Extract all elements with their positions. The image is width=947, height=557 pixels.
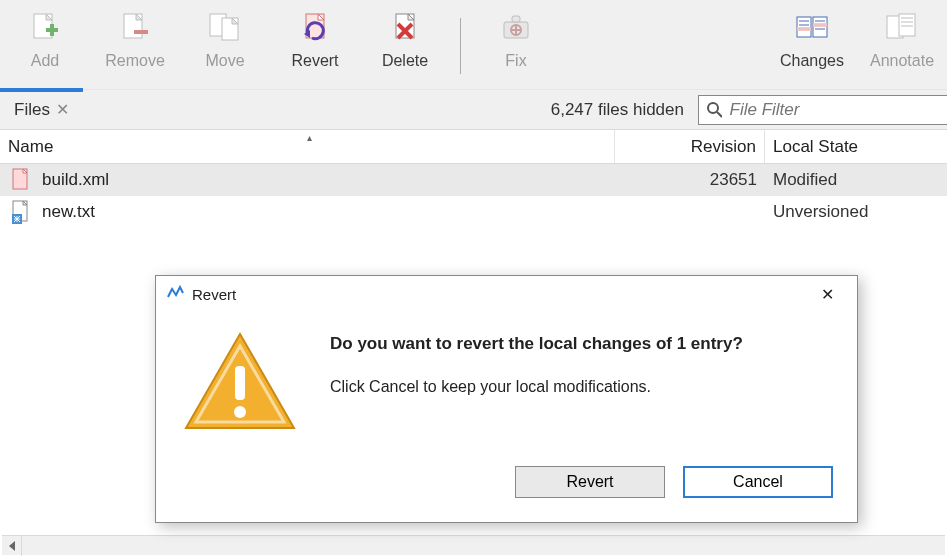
table-row[interactable]: build.xml 23651 Modified	[0, 164, 947, 196]
delete-button[interactable]: Delete	[360, 8, 450, 70]
fix-label: Fix	[471, 52, 561, 70]
file-name: new.txt	[42, 202, 95, 222]
svg-rect-4	[134, 30, 148, 34]
svg-point-23	[234, 406, 246, 418]
svg-rect-17	[899, 14, 915, 36]
changes-button[interactable]: Changes	[767, 8, 857, 70]
scroll-left-icon[interactable]	[2, 536, 22, 556]
horizontal-scrollbar[interactable]	[2, 535, 945, 555]
dialog-title: Revert	[192, 286, 236, 303]
svg-rect-14	[797, 27, 811, 31]
move-icon	[180, 8, 270, 46]
dialog-subline: Click Cancel to keep your local modifica…	[330, 378, 743, 396]
remove-button[interactable]: Remove	[90, 8, 180, 70]
table-row[interactable]: new.txt Unversioned	[0, 196, 947, 228]
changes-label: Changes	[767, 52, 857, 70]
remove-icon	[90, 8, 180, 46]
dialog-actions: Revert Cancel	[156, 446, 857, 522]
dialog-titlebar: Revert ✕	[156, 276, 857, 312]
warning-icon	[180, 328, 300, 438]
file-filter[interactable]	[698, 95, 947, 125]
svg-rect-10	[512, 16, 520, 22]
tab-files-label: Files	[14, 100, 50, 120]
file-filter-input[interactable]	[728, 99, 939, 121]
file-state: Modified	[765, 170, 947, 190]
remove-label: Remove	[90, 52, 180, 70]
annotate-icon	[857, 8, 947, 46]
add-label: Add	[0, 52, 90, 70]
delete-icon	[360, 8, 450, 46]
dialog-revert-button[interactable]: Revert	[515, 466, 665, 498]
file-name: build.xml	[42, 170, 109, 190]
tab-files[interactable]: Files ✕	[0, 88, 83, 127]
annotate-label: Annotate	[857, 52, 947, 70]
app-icon	[166, 285, 184, 303]
column-headers: Name ▴ Revision Local State	[0, 130, 947, 164]
delete-label: Delete	[360, 52, 450, 70]
revert-icon	[270, 8, 360, 46]
hidden-files-count: 6,247 files hidden	[551, 100, 684, 120]
search-icon	[707, 102, 722, 118]
toolbar-separator	[460, 18, 461, 74]
changes-icon	[767, 8, 857, 46]
revert-button[interactable]: Revert	[270, 8, 360, 70]
column-header-name[interactable]: Name ▴	[0, 130, 615, 163]
add-icon	[0, 8, 90, 46]
svg-point-18	[708, 103, 718, 113]
sub-toolbar: Files ✕ 6,247 files hidden	[0, 90, 947, 130]
dialog-headline: Do you want to revert the local changes …	[330, 334, 743, 354]
revert-dialog: Revert ✕ Do you want to revert the local…	[155, 275, 858, 523]
file-modified-icon	[12, 168, 32, 192]
tab-strip: Files ✕	[0, 90, 83, 129]
move-button[interactable]: Move	[180, 8, 270, 70]
close-icon: ✕	[821, 285, 834, 304]
file-revision: 23651	[615, 170, 765, 190]
column-header-local-state[interactable]: Local State	[765, 130, 947, 163]
tab-files-close-icon[interactable]: ✕	[56, 100, 69, 119]
main-toolbar: Add Remove Move Revert Delete Fix	[0, 0, 947, 90]
move-label: Move	[180, 52, 270, 70]
column-header-revision[interactable]: Revision	[615, 130, 765, 163]
annotate-button[interactable]: Annotate	[857, 8, 947, 70]
dialog-close-button[interactable]: ✕	[807, 280, 847, 308]
sort-indicator-icon: ▴	[307, 132, 312, 143]
file-state: Unversioned	[765, 202, 947, 222]
dialog-cancel-button[interactable]: Cancel	[683, 466, 833, 498]
svg-rect-22	[235, 366, 245, 400]
fix-button[interactable]: Fix	[471, 8, 561, 70]
svg-rect-2	[50, 24, 54, 36]
svg-rect-15	[813, 23, 827, 27]
fix-icon	[471, 8, 561, 46]
file-unversioned-icon	[12, 200, 32, 224]
add-button[interactable]: Add	[0, 8, 90, 70]
revert-label: Revert	[270, 52, 360, 70]
